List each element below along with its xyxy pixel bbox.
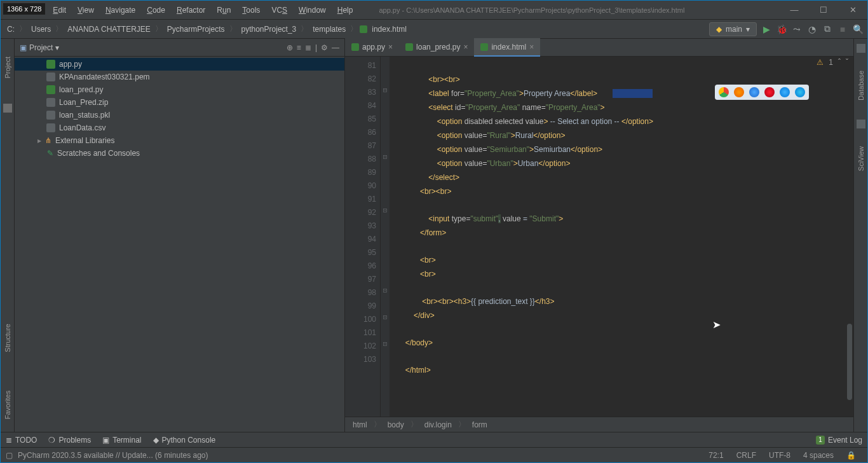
tool-tab-generic-icon[interactable] [3, 104, 12, 113]
inspection-badge[interactable]: ⚠1 ˆ ˇ [817, 58, 848, 67]
editor-breadcrumbs: html〉 body〉 div.login〉 form [345, 417, 853, 432]
status-indent[interactable]: 4 spaces [797, 451, 840, 460]
browser-preview-chips[interactable] [715, 85, 809, 100]
menu-vcs[interactable]: VCS [266, 3, 293, 17]
line-number: 95 [345, 246, 376, 259]
file-icon [46, 111, 55, 120]
run-with-coverage-button[interactable]: ⤳ [791, 24, 803, 34]
editor-crumb[interactable]: form [472, 420, 487, 429]
attach-button[interactable]: ⧉ [822, 24, 833, 34]
editor-crumb[interactable]: body [388, 420, 404, 429]
project-view-selector[interactable]: ▣ Project ▾ [20, 43, 59, 52]
tab-app-py[interactable]: app.py× [345, 38, 399, 56]
vertical-scrollbar[interactable] [847, 324, 852, 400]
stop-button[interactable]: ■ [837, 24, 848, 34]
search-everywhere-button[interactable]: 🔍 [852, 24, 864, 34]
tool-event-log[interactable]: 1Event Log [816, 436, 862, 445]
tool-tab-sciview[interactable]: SciView [857, 146, 865, 171]
tab-loan-pred-py[interactable]: loan_pred.py× [399, 38, 474, 56]
next-highlight-icon[interactable]: ˇ [846, 58, 848, 67]
sciview-tool-icon[interactable] [857, 120, 865, 128]
firefox-icon[interactable] [734, 87, 744, 97]
line-number: 93 [345, 219, 376, 233]
ie-icon[interactable] [780, 87, 790, 97]
menu-code[interactable]: Code [141, 3, 171, 17]
menu-refactor[interactable]: Refactor [171, 3, 211, 17]
line-number: 91 [345, 193, 376, 206]
code-content[interactable]: <br><br> <label for="Property_Area">Prop… [390, 57, 853, 417]
tree-file-loan-pred-py[interactable]: loan_pred.py [15, 83, 344, 96]
python-file-icon [351, 43, 359, 51]
menu-tools[interactable]: Tools [236, 3, 266, 17]
tool-problems[interactable]: ❍Problems [48, 436, 91, 445]
project-view-label: Project [29, 43, 53, 52]
safari-icon[interactable] [749, 87, 759, 97]
crumb[interactable]: ANANDA CHATTERJEE [65, 24, 153, 35]
tree-file-zip[interactable]: Loan_Pred.zip [15, 96, 344, 109]
crumb[interactable]: PycharmProjects [165, 24, 227, 35]
tab-index-html[interactable]: index.html× [474, 38, 540, 56]
tree-external-libraries[interactable]: ▸⋔External Libraries [15, 134, 344, 147]
tool-python-console[interactable]: ◆Python Console [153, 436, 216, 445]
tool-todo[interactable]: ≣TODO [6, 436, 37, 445]
run-configuration-selector[interactable]: ◆ main ▾ [709, 22, 757, 36]
crumb[interactable]: Users [29, 24, 53, 35]
chevron-down-icon: ▾ [55, 43, 59, 52]
close-icon[interactable]: × [388, 43, 393, 52]
line-number: 101 [345, 326, 376, 340]
editor-crumb[interactable]: div.login [424, 420, 452, 429]
line-number: 103 [345, 353, 376, 366]
profile-button[interactable]: ◔ [806, 24, 818, 34]
tool-tab-project[interactable]: Project [4, 57, 11, 78]
menu-window[interactable]: Window [293, 3, 332, 17]
run-button[interactable]: ▶ [761, 24, 772, 34]
warning-icon: ⚠ [817, 58, 824, 67]
status-line-ending[interactable]: CRLF [730, 451, 763, 460]
line-number-gutter[interactable]: 81 82 83 84 85 86 87 88 89 90 91 92 93 9… [345, 57, 381, 417]
tree-file-pem[interactable]: KPAnandatest030321.pem [15, 71, 344, 83]
database-tool-icon[interactable] [857, 44, 865, 53]
menu-view[interactable]: View [72, 3, 100, 17]
tree-file-pkl[interactable]: loan_status.pkl [15, 109, 344, 121]
maximize-button[interactable]: ☐ [809, 1, 838, 20]
close-button[interactable]: ✕ [838, 1, 867, 20]
debug-button[interactable]: 🐞 [776, 24, 787, 34]
menu-help[interactable]: Help [332, 3, 359, 17]
line-number: 102 [345, 340, 376, 353]
project-tree[interactable]: app.py KPAnandatest030321.pem loan_pred.… [15, 57, 344, 432]
prev-highlight-icon[interactable]: ˆ [838, 58, 841, 67]
expand-all-icon[interactable]: ≡ [297, 43, 301, 52]
crumb[interactable]: index.html [369, 24, 409, 35]
hide-icon[interactable]: — [332, 43, 339, 52]
chrome-icon[interactable] [719, 87, 729, 97]
tree-file-csv[interactable]: LoanData.csv [15, 121, 344, 134]
minimize-button[interactable]: — [780, 1, 809, 20]
fold-gutter[interactable]: ⊟⊡⊡⊡⊡⊡ [381, 57, 390, 417]
tool-tab-database[interactable]: Database [857, 71, 865, 100]
status-message[interactable]: PyCharm 2020.3.5 available // Update... … [18, 451, 702, 460]
edge-icon[interactable] [795, 87, 805, 97]
editor-crumb[interactable]: html [353, 420, 367, 429]
status-bar-left-icon[interactable]: ▢ [6, 451, 18, 460]
status-lock-icon[interactable]: 🔒 [840, 451, 862, 460]
status-caret-pos[interactable]: 72:1 [702, 451, 729, 460]
gear-icon[interactable]: ⚙ [321, 43, 328, 52]
menu-navigate[interactable]: Navigate [100, 3, 141, 17]
opera-icon[interactable] [764, 87, 775, 97]
status-encoding[interactable]: UTF-8 [763, 451, 797, 460]
crumb[interactable]: templates [310, 24, 348, 35]
menu-edit[interactable]: Edit [47, 3, 72, 17]
code-editor[interactable]: ⚠1 ˆ ˇ 81 82 83 84 85 86 87 88 89 90 91 … [345, 57, 853, 417]
tool-tab-favorites[interactable]: Favorites [4, 390, 11, 419]
crumb[interactable]: pythonProject_3 [239, 24, 299, 35]
tool-tab-structure[interactable]: Structure [4, 324, 11, 352]
locate-icon[interactable]: ⊕ [287, 43, 293, 52]
close-icon[interactable]: × [463, 43, 468, 52]
tree-scratches[interactable]: ✎Scratches and Consoles [15, 147, 344, 160]
crumb[interactable]: C: [4, 24, 17, 35]
tool-terminal[interactable]: ▣Terminal [102, 436, 141, 445]
menu-run[interactable]: Run [211, 3, 236, 17]
close-icon[interactable]: × [529, 43, 534, 52]
collapse-all-icon[interactable]: ≣ [305, 43, 311, 52]
tree-file-app-py[interactable]: app.py [15, 58, 344, 71]
